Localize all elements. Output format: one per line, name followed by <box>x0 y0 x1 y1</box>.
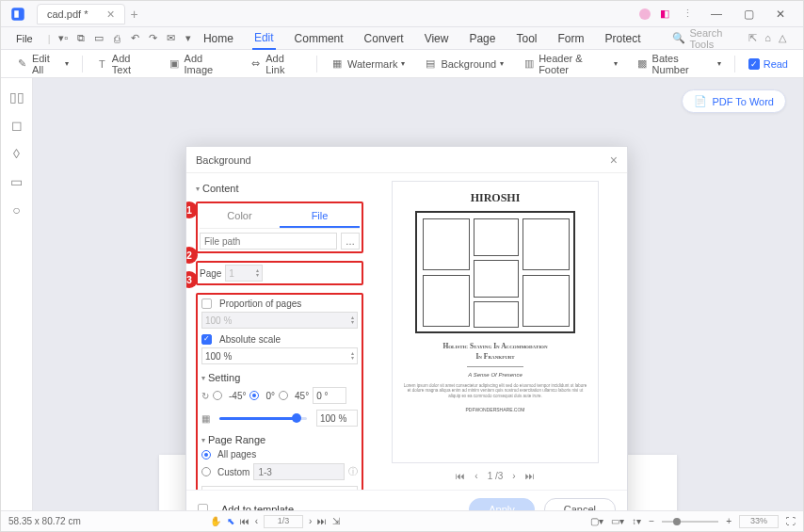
page-number-input[interactable]: 1▴▾ <box>225 265 263 282</box>
thumbnails-icon[interactable]: ▯▯ <box>9 89 24 105</box>
allpages-radio[interactable] <box>201 450 211 459</box>
bates-button[interactable]: ▩Bates Number▾ <box>631 51 727 77</box>
first-page-icon[interactable]: ⏮ <box>456 471 465 481</box>
fit-page-icon[interactable]: ▢▾ <box>590 516 603 526</box>
menu-home[interactable]: Home <box>201 28 235 49</box>
background-icon: ▤ <box>424 57 437 71</box>
menu-convert[interactable]: Convert <box>362 28 406 49</box>
kebab-icon[interactable]: ⋮ <box>683 8 696 21</box>
cancel-button[interactable]: Cancel <box>544 498 616 511</box>
jump-icon[interactable]: ⇲ <box>332 516 340 526</box>
absolute-input[interactable]: 100 %▴▾ <box>201 347 358 364</box>
fullscreen-icon[interactable]: ⛶ <box>786 516 796 526</box>
mail-icon[interactable]: ✉ <box>166 31 176 46</box>
header-footer-button[interactable]: ▥Header & Footer▾ <box>517 51 622 77</box>
menu-edit[interactable]: Edit <box>252 27 276 50</box>
save-icon[interactable]: ▾▫ <box>58 31 69 46</box>
last-page-icon[interactable]: ⏭ <box>525 471 535 481</box>
prev-page-icon[interactable]: ‹ <box>474 471 477 481</box>
custom-range-input[interactable] <box>253 463 345 480</box>
zoom-in-icon[interactable]: + <box>726 516 732 526</box>
search-tools[interactable]: 🔍Search Tools <box>672 27 722 50</box>
preview-pager: ⏮ ‹ 1 /3 › ⏭ <box>456 471 534 481</box>
user-avatar[interactable] <box>639 8 651 20</box>
document-tab[interactable]: cad.pdf * × <box>37 4 125 24</box>
opacity-slider[interactable] <box>219 417 307 420</box>
tab-file[interactable]: File <box>280 205 360 228</box>
absolute-checkbox[interactable] <box>201 334 212 345</box>
opacity-input[interactable]: 100 % <box>316 410 358 427</box>
zoom-out-icon[interactable]: − <box>649 516 654 526</box>
share-icon[interactable]: ⇱ <box>748 32 757 44</box>
menu-form[interactable]: Form <box>555 28 586 49</box>
content-tabs: Color File <box>200 205 360 229</box>
dialog-close-icon[interactable]: × <box>610 153 618 168</box>
background-button[interactable]: ▤Background▾ <box>418 56 509 73</box>
menu-tool[interactable]: Tool <box>514 28 539 49</box>
search-panel-icon[interactable]: ○ <box>12 202 20 218</box>
custom-radio[interactable] <box>201 467 211 476</box>
badge-3: 3 <box>186 271 198 288</box>
next-icon[interactable]: › <box>309 516 312 526</box>
zoom-slider[interactable] <box>662 521 718 523</box>
pages-select[interactable]: All Pages▾ <box>201 486 358 490</box>
new-tab-icon[interactable]: + <box>131 7 138 22</box>
prev-icon[interactable]: ‹ <box>255 516 258 526</box>
attachments-icon[interactable]: ▭ <box>10 174 23 189</box>
close-icon[interactable]: × <box>106 8 114 21</box>
select-tool-icon[interactable]: ⬉ <box>227 516 234 526</box>
apply-button[interactable]: Apply <box>469 498 535 511</box>
menu-page[interactable]: Page <box>467 28 497 49</box>
rotation-input[interactable]: 0 ° <box>313 387 346 404</box>
folder-icon[interactable]: ▭ <box>94 31 105 46</box>
rot-neg45[interactable] <box>213 391 222 400</box>
add-text-button[interactable]: TAdd Text <box>90 51 155 77</box>
open-icon[interactable]: ⧉ <box>76 31 87 46</box>
menu-view[interactable]: View <box>423 28 451 49</box>
proportion-label: Proportion of pages <box>219 298 301 309</box>
pencil-icon: ✎ <box>16 57 28 71</box>
edit-all-button[interactable]: ✎Edit All▾ <box>10 51 74 77</box>
menu-comment[interactable]: Comment <box>293 28 346 49</box>
edit-ribbon: ✎Edit All▾ TAdd Text ▣Add Image ⇔Add Lin… <box>1 50 803 78</box>
maximize-button[interactable]: ▢ <box>737 8 760 21</box>
status-bar: 58.35 x 80.72 cm ✋ ⬉ ⏮ ‹ 1/3 › ⏭ ⇲ ▢▾ ▭▾… <box>1 510 803 531</box>
rot-45[interactable] <box>279 391 288 400</box>
info-icon[interactable]: ⓘ <box>348 465 358 478</box>
add-template-checkbox[interactable] <box>198 504 208 510</box>
file-path-input[interactable] <box>200 233 337 250</box>
close-window-button[interactable]: ✕ <box>769 8 792 21</box>
read-toggle[interactable]: ✓Read <box>743 56 794 72</box>
next-page-icon[interactable]: › <box>512 471 515 481</box>
minimize-button[interactable]: — <box>705 8 728 21</box>
last-icon[interactable]: ⏭ <box>317 516 327 526</box>
print-icon[interactable]: ⎙ <box>112 31 122 46</box>
browse-button[interactable]: … <box>341 233 360 250</box>
quick-access-bar: File | ▾▫ ⧉ ▭ ⎙ ↶ ↷ ✉ ▾ Home Edit Commen… <box>1 27 803 50</box>
redo-icon[interactable]: ↷ <box>148 31 158 46</box>
pdf-to-word-button[interactable]: 📄 PDF To Word <box>682 89 786 113</box>
bookmark-icon[interactable]: ◻ <box>11 118 23 133</box>
watermark-button[interactable]: ▦Watermark▾ <box>325 56 410 73</box>
home-icon[interactable]: ⌂ <box>764 32 771 44</box>
view-mode-icon[interactable]: ▭▾ <box>611 516 624 526</box>
add-link-button[interactable]: ⇔Add Link <box>244 51 309 77</box>
comments-icon[interactable]: ◊ <box>13 146 20 161</box>
hand-tool-icon[interactable]: ✋ <box>210 516 221 526</box>
more-icon[interactable]: ▾ <box>184 31 194 46</box>
chevron-down-icon: ▾ <box>65 59 69 68</box>
file-menu[interactable]: File <box>8 31 40 46</box>
notification-icon[interactable]: ◧ <box>660 8 673 21</box>
zoom-input[interactable]: 33% <box>739 515 779 528</box>
page-input[interactable]: 1/3 <box>264 515 303 528</box>
cloud-icon[interactable]: △ <box>779 32 786 44</box>
proportion-checkbox[interactable] <box>201 298 212 309</box>
undo-icon[interactable]: ↶ <box>130 31 140 46</box>
add-image-button[interactable]: ▣Add Image <box>163 51 237 77</box>
first-icon[interactable]: ⏮ <box>240 516 249 526</box>
rot-0[interactable] <box>249 391 259 400</box>
scroll-mode-icon[interactable]: ↕▾ <box>632 516 641 526</box>
tab-color[interactable]: Color <box>200 205 280 228</box>
image-icon: ▣ <box>169 57 181 71</box>
menu-protect[interactable]: Protect <box>603 28 642 49</box>
